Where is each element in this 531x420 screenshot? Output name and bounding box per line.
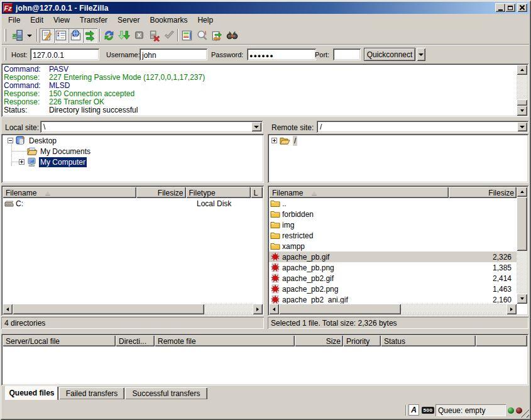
column-header-direction[interactable]: Directi...	[116, 335, 155, 346]
file-row--[interactable]: ..	[269, 198, 517, 209]
column-header-filesize[interactable]: Filesize	[449, 187, 517, 198]
minimize-button[interactable]	[495, 3, 505, 12]
log-scrollbar[interactable]	[517, 65, 527, 116]
tree-item-desktop[interactable]: Desktop	[1, 135, 58, 146]
tab-queued-files[interactable]: Queued files	[5, 386, 58, 400]
filter-button[interactable]	[180, 28, 194, 43]
file-name: apache_pb.png	[282, 263, 334, 272]
local-list-status: 4 directories	[1, 317, 264, 329]
menu-file[interactable]: File	[3, 14, 25, 26]
column-header-lastmodified[interactable]: L	[251, 187, 263, 198]
scroll-right-button[interactable]	[253, 304, 263, 314]
file-row-apache-pb-png[interactable]: apache_pb.png1,385	[269, 262, 517, 273]
site-manager-button[interactable]	[10, 28, 25, 43]
refresh-button[interactable]	[102, 28, 116, 43]
remote-tree-toggle-button[interactable]	[68, 28, 83, 43]
column-header-size[interactable]: Size	[295, 335, 343, 346]
ascii-data-type-icon[interactable]: A	[408, 404, 419, 416]
comparison-button[interactable]	[195, 28, 209, 43]
remote-list-vscrollbar[interactable]	[517, 187, 527, 304]
menu-bookmarks[interactable]: Bookmarks	[145, 14, 192, 26]
scrollbar-thumb[interactable]	[517, 99, 527, 106]
menu-view[interactable]: View	[48, 14, 75, 26]
column-header-priority[interactable]: Priority	[343, 335, 381, 346]
column-header-filename[interactable]: Filename	[3, 187, 136, 198]
transfer-queue-toggle-button[interactable]	[83, 28, 97, 43]
remote-file-list: Filename Filesize ..forbiddenimgrestrict…	[268, 185, 528, 316]
expand-box[interactable]	[19, 159, 25, 165]
file-size: 1,463	[449, 285, 517, 294]
menu-server[interactable]: Server	[112, 14, 145, 26]
tree-item-my-computer[interactable]: My Computer	[1, 157, 87, 167]
scroll-left-icon	[6, 307, 9, 311]
maximize-button[interactable]	[505, 3, 515, 12]
menu-help[interactable]: Help	[192, 14, 218, 26]
column-header-local-file[interactable]: Server/Local file	[3, 335, 116, 346]
file-row-apache-pb-gif[interactable]: apache_pb.gif2,326	[269, 251, 517, 262]
reconnect-button[interactable]	[162, 28, 177, 43]
scroll-up-button[interactable]	[517, 187, 527, 197]
remote-site-combo[interactable]: /	[317, 121, 528, 133]
local-site-combo[interactable]: \	[40, 121, 263, 133]
scroll-up-button[interactable]	[517, 65, 527, 75]
remote-site-label: Remote site:	[271, 123, 314, 132]
username-input[interactable]	[140, 48, 207, 60]
file-row-xampp[interactable]: xampp	[269, 241, 517, 251]
remote-list-hscrollbar[interactable]	[269, 304, 517, 314]
speed-limits-icon[interactable]: 500	[422, 407, 434, 414]
message-log-toggle-button[interactable]	[40, 28, 54, 43]
scroll-down-button[interactable]	[517, 106, 527, 116]
quickconnect-dropdown[interactable]	[417, 48, 425, 61]
tab-successful-transfers[interactable]: Successful transfers	[125, 387, 207, 399]
process-queue-button[interactable]	[117, 28, 131, 43]
resize-grip[interactable]	[520, 409, 529, 417]
tree-item-my-documents[interactable]: My Documents	[1, 146, 92, 157]
scroll-left-button[interactable]	[269, 304, 279, 314]
file-name-cell: xampp	[269, 241, 449, 251]
port-input[interactable]	[333, 48, 361, 60]
local-list-hscrollbar[interactable]	[3, 304, 263, 314]
column-header-filesize[interactable]: Filesize	[136, 187, 185, 198]
find-files-button[interactable]	[225, 28, 239, 43]
expand-box[interactable]	[271, 138, 277, 143]
my-computer-icon	[27, 157, 37, 167]
column-header-filetype[interactable]: Filetype	[186, 187, 251, 198]
sync-browsing-button[interactable]	[210, 28, 224, 43]
menu-edit[interactable]: Edit	[25, 14, 48, 26]
column-header-status[interactable]: Status	[381, 335, 476, 346]
scroll-right-button[interactable]	[506, 304, 517, 314]
file-row-apache-pb2-gif[interactable]: apache_pb2.gif2,414	[269, 273, 517, 284]
message-log: Command:PASV Response:227 Entering Passi…	[1, 64, 528, 117]
combo-arrow-icon	[254, 126, 259, 128]
host-input[interactable]	[30, 48, 99, 60]
folder-icon	[270, 199, 280, 209]
tree-item-root[interactable]: /	[268, 135, 297, 146]
scroll-down-button[interactable]	[517, 294, 527, 304]
close-button[interactable]	[517, 3, 527, 12]
scroll-up-icon	[520, 191, 524, 193]
scrollbar-thumb[interactable]	[517, 197, 527, 251]
local-tree-toggle-button[interactable]	[54, 28, 68, 43]
quickconnect-button[interactable]: Quickconnect	[364, 48, 415, 61]
file-row-img[interactable]: img	[269, 219, 517, 230]
column-header-remote-file[interactable]: Remote file	[155, 335, 295, 346]
combo-arrow-button[interactable]	[251, 122, 261, 131]
disconnect-button[interactable]	[147, 28, 161, 43]
password-input[interactable]	[247, 48, 316, 60]
folder-icon	[270, 241, 280, 251]
collapse-box[interactable]	[8, 138, 13, 143]
file-row-restricted[interactable]: restricted	[269, 230, 517, 241]
menu-transfer[interactable]: Transfer	[75, 14, 112, 26]
site-manager-dropdown[interactable]	[25, 28, 34, 43]
cancel-button[interactable]	[132, 28, 146, 43]
file-row-forbidden[interactable]: forbidden	[269, 209, 517, 219]
scrollbar-thumb[interactable]	[13, 304, 204, 314]
file-row-c-drive[interactable]: C: Local Disk	[3, 198, 263, 209]
scroll-down-icon	[520, 109, 524, 112]
scrollbar-thumb[interactable]	[279, 304, 401, 314]
tab-failed-transfers[interactable]: Failed transfers	[59, 387, 124, 399]
file-row-apache-pb2-png[interactable]: apache_pb2.png1,463	[269, 284, 517, 294]
combo-arrow-button[interactable]	[517, 122, 527, 131]
column-header-filename[interactable]: Filename	[269, 187, 449, 198]
scroll-left-button[interactable]	[3, 304, 13, 314]
